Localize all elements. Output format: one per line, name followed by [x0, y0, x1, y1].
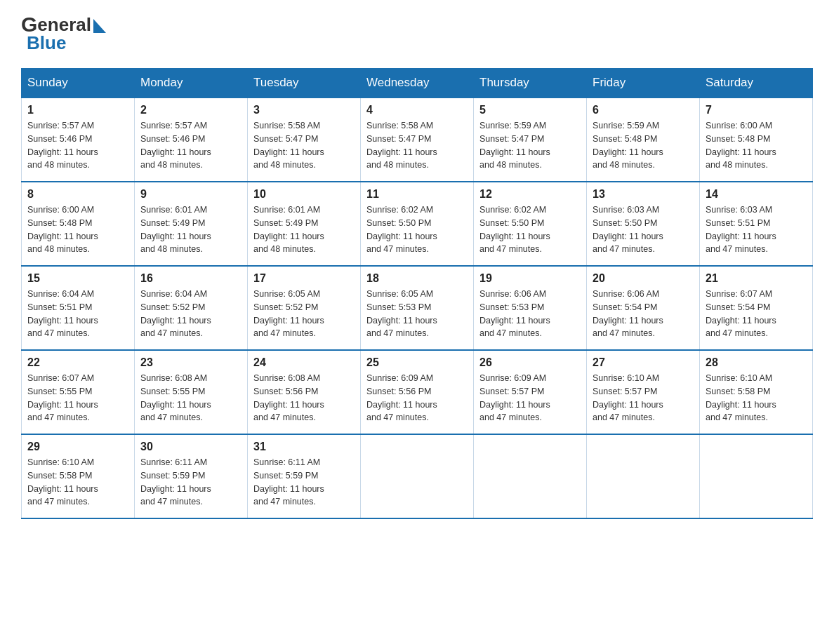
day-number: 30 — [140, 441, 241, 453]
day-info: Sunrise: 6:03 AM Sunset: 5:50 PM Dayligh… — [593, 203, 694, 256]
day-info: Sunrise: 6:00 AM Sunset: 5:48 PM Dayligh… — [706, 119, 807, 172]
logo-flag-icon — [93, 19, 106, 33]
day-number: 29 — [27, 441, 128, 453]
day-info: Sunrise: 6:11 AM Sunset: 5:59 PM Dayligh… — [253, 456, 355, 509]
calendar-day-cell — [587, 434, 700, 518]
day-info: Sunrise: 6:05 AM Sunset: 5:53 PM Dayligh… — [366, 288, 468, 340]
calendar-day-cell: 31Sunrise: 6:11 AM Sunset: 5:59 PM Dayli… — [248, 434, 361, 518]
day-number: 24 — [253, 356, 355, 369]
day-number: 26 — [479, 356, 581, 369]
day-info: Sunrise: 6:09 AM Sunset: 5:56 PM Dayligh… — [366, 372, 468, 424]
day-number: 25 — [366, 356, 468, 369]
calendar-day-cell: 10Sunrise: 6:01 AM Sunset: 5:49 PM Dayli… — [248, 182, 361, 266]
day-number: 18 — [366, 272, 468, 285]
calendar-day-cell — [361, 434, 474, 518]
day-of-week-header: Thursday — [474, 69, 587, 98]
calendar-day-cell: 3Sunrise: 5:58 AM Sunset: 5:47 PM Daylig… — [248, 98, 361, 182]
calendar-day-cell: 9Sunrise: 6:01 AM Sunset: 5:49 PM Daylig… — [135, 182, 248, 266]
day-info: Sunrise: 6:04 AM Sunset: 5:52 PM Dayligh… — [140, 288, 241, 340]
day-info: Sunrise: 6:09 AM Sunset: 5:57 PM Dayligh… — [479, 372, 581, 424]
day-number: 22 — [27, 356, 128, 369]
day-number: 4 — [366, 104, 468, 116]
calendar-day-cell — [700, 434, 813, 518]
day-number: 23 — [140, 356, 241, 369]
calendar-table: SundayMondayTuesdayWednesdayThursdayFrid… — [21, 68, 813, 519]
calendar-day-cell: 30Sunrise: 6:11 AM Sunset: 5:59 PM Dayli… — [135, 434, 248, 518]
day-info: Sunrise: 6:10 AM Sunset: 5:58 PM Dayligh… — [27, 456, 128, 509]
day-number: 20 — [593, 272, 694, 285]
day-info: Sunrise: 5:59 AM Sunset: 5:48 PM Dayligh… — [593, 119, 694, 172]
calendar-day-cell: 8Sunrise: 6:00 AM Sunset: 5:48 PM Daylig… — [22, 182, 135, 266]
day-info: Sunrise: 6:11 AM Sunset: 5:59 PM Dayligh… — [140, 456, 241, 509]
calendar-header: SundayMondayTuesdayWednesdayThursdayFrid… — [22, 69, 813, 98]
day-info: Sunrise: 5:59 AM Sunset: 5:47 PM Dayligh… — [479, 119, 581, 172]
calendar-day-cell: 25Sunrise: 6:09 AM Sunset: 5:56 PM Dayli… — [361, 350, 474, 434]
calendar-day-cell: 24Sunrise: 6:08 AM Sunset: 5:56 PM Dayli… — [248, 350, 361, 434]
calendar-week-row: 1Sunrise: 5:57 AM Sunset: 5:46 PM Daylig… — [22, 98, 813, 182]
day-info: Sunrise: 5:58 AM Sunset: 5:47 PM Dayligh… — [253, 119, 355, 172]
day-info: Sunrise: 6:07 AM Sunset: 5:54 PM Dayligh… — [706, 288, 807, 340]
day-info: Sunrise: 6:00 AM Sunset: 5:48 PM Dayligh… — [27, 203, 128, 256]
day-of-week-header: Monday — [135, 69, 248, 98]
day-number: 2 — [140, 104, 241, 116]
calendar-day-cell: 27Sunrise: 6:10 AM Sunset: 5:57 PM Dayli… — [587, 350, 700, 434]
calendar-day-cell: 7Sunrise: 6:00 AM Sunset: 5:48 PM Daylig… — [700, 98, 813, 182]
day-number: 3 — [253, 104, 355, 116]
day-number: 31 — [253, 441, 355, 453]
day-of-week-header: Sunday — [22, 69, 135, 98]
day-number: 1 — [27, 104, 128, 116]
day-number: 7 — [706, 104, 807, 116]
day-info: Sunrise: 6:10 AM Sunset: 5:57 PM Dayligh… — [593, 372, 694, 424]
day-info: Sunrise: 5:58 AM Sunset: 5:47 PM Dayligh… — [366, 119, 468, 172]
day-info: Sunrise: 6:08 AM Sunset: 5:55 PM Dayligh… — [140, 372, 241, 424]
day-number: 12 — [479, 188, 581, 201]
day-info: Sunrise: 6:03 AM Sunset: 5:51 PM Dayligh… — [706, 203, 807, 256]
calendar-day-cell: 2Sunrise: 5:57 AM Sunset: 5:46 PM Daylig… — [135, 98, 248, 182]
day-number: 11 — [366, 188, 468, 201]
day-info: Sunrise: 6:02 AM Sunset: 5:50 PM Dayligh… — [366, 203, 468, 256]
day-info: Sunrise: 6:02 AM Sunset: 5:50 PM Dayligh… — [479, 203, 581, 256]
day-number: 9 — [140, 188, 241, 201]
day-info: Sunrise: 6:10 AM Sunset: 5:58 PM Dayligh… — [706, 372, 807, 424]
day-number: 8 — [27, 188, 128, 201]
calendar-week-row: 8Sunrise: 6:00 AM Sunset: 5:48 PM Daylig… — [22, 182, 813, 266]
day-number: 10 — [253, 188, 355, 201]
calendar-day-cell: 15Sunrise: 6:04 AM Sunset: 5:51 PM Dayli… — [22, 266, 135, 350]
calendar-day-cell: 11Sunrise: 6:02 AM Sunset: 5:50 PM Dayli… — [361, 182, 474, 266]
calendar-day-cell: 29Sunrise: 6:10 AM Sunset: 5:58 PM Dayli… — [22, 434, 135, 518]
day-info: Sunrise: 6:04 AM Sunset: 5:51 PM Dayligh… — [27, 288, 128, 340]
day-number: 21 — [706, 272, 807, 285]
day-info: Sunrise: 6:05 AM Sunset: 5:52 PM Dayligh… — [253, 288, 355, 340]
day-number: 14 — [706, 188, 807, 201]
calendar-week-row: 29Sunrise: 6:10 AM Sunset: 5:58 PM Dayli… — [22, 434, 813, 518]
day-info: Sunrise: 6:01 AM Sunset: 5:49 PM Dayligh… — [253, 203, 355, 256]
calendar-day-cell: 6Sunrise: 5:59 AM Sunset: 5:48 PM Daylig… — [587, 98, 700, 182]
day-info: Sunrise: 6:06 AM Sunset: 5:54 PM Dayligh… — [593, 288, 694, 340]
day-number: 6 — [593, 104, 694, 116]
logo-eneral: eneral — [37, 15, 91, 34]
calendar-day-cell: 12Sunrise: 6:02 AM Sunset: 5:50 PM Dayli… — [474, 182, 587, 266]
calendar-day-cell: 20Sunrise: 6:06 AM Sunset: 5:54 PM Dayli… — [587, 266, 700, 350]
day-number: 17 — [253, 272, 355, 285]
calendar-day-cell: 18Sunrise: 6:05 AM Sunset: 5:53 PM Dayli… — [361, 266, 474, 350]
calendar-day-cell: 16Sunrise: 6:04 AM Sunset: 5:52 PM Dayli… — [135, 266, 248, 350]
calendar-body: 1Sunrise: 5:57 AM Sunset: 5:46 PM Daylig… — [22, 98, 813, 518]
calendar-day-cell: 26Sunrise: 6:09 AM Sunset: 5:57 PM Dayli… — [474, 350, 587, 434]
calendar-day-cell: 22Sunrise: 6:07 AM Sunset: 5:55 PM Dayli… — [22, 350, 135, 434]
day-number: 5 — [479, 104, 581, 116]
day-number: 28 — [706, 356, 807, 369]
calendar-day-cell: 5Sunrise: 5:59 AM Sunset: 5:47 PM Daylig… — [474, 98, 587, 182]
day-info: Sunrise: 6:07 AM Sunset: 5:55 PM Dayligh… — [27, 372, 128, 424]
day-info: Sunrise: 5:57 AM Sunset: 5:46 PM Dayligh… — [140, 119, 241, 172]
calendar-day-cell: 1Sunrise: 5:57 AM Sunset: 5:46 PM Daylig… — [22, 98, 135, 182]
calendar-day-cell: 14Sunrise: 6:03 AM Sunset: 5:51 PM Dayli… — [700, 182, 813, 266]
day-number: 16 — [140, 272, 241, 285]
calendar-day-cell: 13Sunrise: 6:03 AM Sunset: 5:50 PM Dayli… — [587, 182, 700, 266]
calendar-day-cell: 17Sunrise: 6:05 AM Sunset: 5:52 PM Dayli… — [248, 266, 361, 350]
day-number: 27 — [593, 356, 694, 369]
calendar-day-cell: 21Sunrise: 6:07 AM Sunset: 5:54 PM Dayli… — [700, 266, 813, 350]
day-info: Sunrise: 6:06 AM Sunset: 5:53 PM Dayligh… — [479, 288, 581, 340]
calendar-week-row: 22Sunrise: 6:07 AM Sunset: 5:55 PM Dayli… — [22, 350, 813, 434]
day-of-week-header: Friday — [587, 69, 700, 98]
calendar-day-cell — [474, 434, 587, 518]
